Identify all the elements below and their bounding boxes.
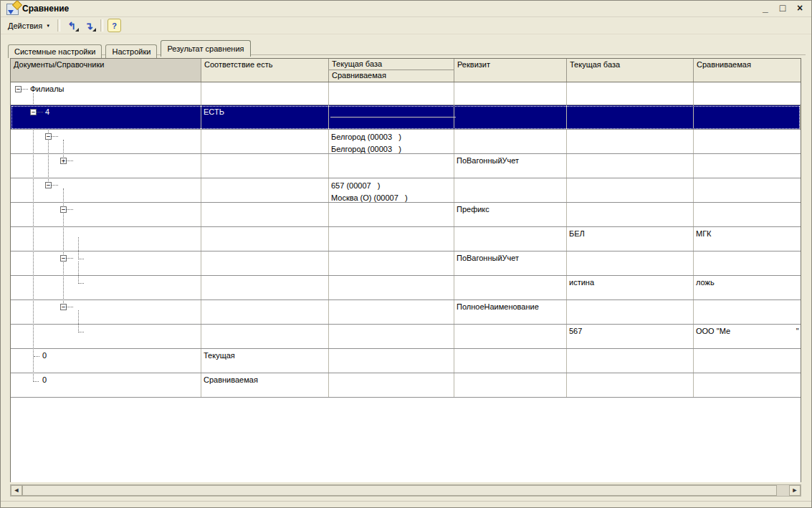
scroll-left-icon[interactable]: ◄ [11, 485, 22, 496]
table-row[interactable]: −Филиалы [11, 82, 801, 105]
cell-attribute [454, 178, 567, 202]
tree-dots [52, 185, 58, 186]
cell-current-value [567, 105, 694, 129]
table-row[interactable]: 0Текущая [11, 349, 801, 373]
help-button[interactable]: ? [108, 19, 121, 32]
cell-attribute [454, 227, 567, 251]
cell-compared-value [694, 349, 801, 373]
cell-current-value: истина [567, 276, 694, 299]
tab-settings[interactable]: Настройки [105, 44, 157, 58]
scrollbar-thumb[interactable] [22, 485, 777, 496]
table-row[interactable]: −Префикс [11, 203, 801, 227]
cell-base-pair [329, 251, 454, 275]
scroll-right-icon[interactable]: ► [789, 485, 801, 496]
table-header: Документы/Справочники Соответствие есть … [11, 59, 801, 82]
expand-tree-button[interactable]: ↴ [80, 18, 97, 33]
cell-documents: + [11, 154, 201, 178]
cell-attribute [454, 105, 567, 129]
cell-compared-value [694, 105, 801, 129]
table-row[interactable]: истиналожь [11, 276, 801, 300]
cell-current-value [567, 82, 694, 105]
cell-base-pair: Белгород (00003 )Белгород (00003 ) [329, 130, 454, 153]
cell-current-value [567, 130, 694, 153]
toolbar-separator [100, 19, 103, 32]
maximize-button[interactable]: □ [777, 1, 788, 14]
cell-current-value [567, 154, 694, 178]
cell-match: Текущая [201, 349, 329, 373]
dropdown-arrow-icon: ▼ [46, 24, 50, 28]
cell-compared-value [694, 154, 801, 178]
toolbar-separator [57, 19, 60, 32]
cell-base-pair [329, 82, 454, 105]
cell-documents: − [11, 300, 201, 324]
collapse-tree-button[interactable]: ↰ [63, 18, 80, 33]
cell-current-value: 567 [567, 325, 694, 348]
header-compared-value[interactable]: Сравниваемая [694, 59, 801, 82]
actions-button-label: Действия [8, 21, 42, 30]
window-icon-arrow [8, 10, 14, 14]
title-bar: Сравнение _ □ × [1, 1, 811, 17]
cell-compared-value [694, 82, 801, 105]
header-current-value[interactable]: Текущая база [567, 59, 694, 82]
table-row[interactable]: −ПоВагонныйУчет [11, 251, 801, 276]
cell-match [201, 251, 329, 275]
tab-system-settings[interactable]: Системные настройки [8, 44, 102, 58]
tab-strip: Системные настройки Настройки Результат … [8, 40, 806, 55]
table-body: −Филиалы−4ЕСТЬ−Белгород (00003 )Белгород… [11, 82, 801, 482]
header-attribute[interactable]: Реквизит [454, 59, 567, 82]
cell-attribute: ПолноеНаименование [454, 300, 567, 324]
tree-collapse-icon[interactable]: − [45, 133, 52, 140]
base-pair-line: Белгород (00003 ) [331, 143, 452, 153]
tree-dots [37, 112, 43, 113]
cell-attribute [454, 130, 567, 153]
table-row[interactable]: БЕЛМГК [11, 227, 801, 251]
cell-match [201, 203, 329, 226]
tree-expand-icon[interactable]: + [60, 158, 67, 164]
table-row[interactable]: −Белгород (00003 )Белгород (00003 ) [11, 130, 801, 154]
cell-documents: − [11, 203, 201, 226]
status-strip [1, 501, 811, 507]
cell-match [201, 82, 329, 105]
minimize-button[interactable]: _ [760, 1, 771, 14]
cell-compared-value [694, 203, 801, 226]
tree-dots [67, 160, 73, 162]
cell-base-pair [329, 349, 454, 373]
table-row[interactable]: +ПоВагонныйУчет [11, 154, 801, 178]
table-row[interactable]: 567ООО "Ме " [11, 325, 801, 349]
cell-base-pair: 657 (00007 )Москва (О) (00007 ) [329, 178, 454, 202]
cell-compared-value [694, 251, 801, 275]
header-match[interactable]: Соответствие есть [201, 59, 329, 82]
tree-collapse-icon[interactable]: − [60, 255, 67, 262]
close-button[interactable]: × [794, 1, 806, 14]
toolbar: Действия ▼ ↰ ↴ ? [1, 17, 811, 34]
cell-match [201, 154, 329, 178]
cell-attribute [454, 82, 567, 105]
cell-base-pair [329, 373, 454, 397]
tree-collapse-icon[interactable]: − [60, 206, 67, 213]
cell-match [201, 276, 329, 299]
table-row[interactable]: −ПолноеНаименование [11, 300, 801, 325]
tab-comparison-result[interactable]: Результат сравнения [161, 40, 250, 57]
table-row[interactable]: −4ЕСТЬ [11, 105, 801, 130]
tree-collapse-icon[interactable]: − [60, 304, 67, 310]
cell-documents: − [11, 251, 201, 275]
tree-collapse-icon[interactable]: − [15, 86, 22, 92]
cell-attribute [454, 276, 567, 299]
cell-base-pair [329, 227, 454, 251]
cell-documents: − [11, 130, 201, 153]
table-row[interactable]: −657 (00007 )Москва (О) (00007 ) [11, 178, 801, 203]
actions-button[interactable]: Действия ▼ [4, 18, 54, 33]
table-row[interactable]: 0Сравниваемая [11, 373, 801, 398]
cell-base-pair [329, 276, 454, 299]
horizontal-scrollbar[interactable]: ◄ ► [10, 484, 801, 497]
cell-match: Сравниваемая [201, 373, 329, 397]
cell-base-pair [329, 203, 454, 226]
header-documents[interactable]: Документы/Справочники [11, 59, 201, 82]
tree-collapse-icon[interactable]: − [30, 109, 37, 115]
tree-collapse-icon[interactable]: − [45, 182, 52, 188]
cell-attribute: ПоВагонныйУчет [454, 154, 567, 178]
cell-compared-value [694, 373, 801, 397]
cell-documents [11, 227, 201, 251]
tree-node-label: 0 [42, 375, 47, 385]
header-base-pair[interactable]: Текущая база Сравниваемая [329, 59, 454, 82]
